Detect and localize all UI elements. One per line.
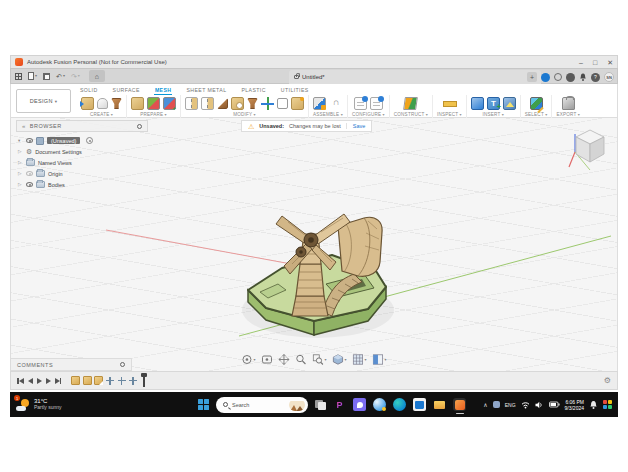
group-label-inspect[interactable]: INSPECT: [437, 112, 462, 117]
tab-plastic[interactable]: PLASTIC: [240, 85, 266, 94]
smooth-icon[interactable]: [247, 98, 258, 109]
activate-radio-icon[interactable]: [86, 137, 93, 144]
microsoft-store-icon[interactable]: [413, 398, 426, 411]
repair-icon[interactable]: [147, 97, 160, 110]
redo-button[interactable]: ↷▾: [71, 73, 80, 80]
tessellate-icon[interactable]: [111, 98, 122, 109]
file-menu-button[interactable]: ▾: [28, 72, 37, 80]
save-link[interactable]: Save: [346, 123, 366, 129]
plane-cut-icon[interactable]: [201, 97, 214, 110]
document-tab[interactable]: Untitled* ×: [289, 70, 541, 84]
timeline-move-feature[interactable]: [129, 376, 138, 385]
create-mesh-section-icon[interactable]: [97, 98, 108, 109]
battery-icon[interactable]: [549, 401, 560, 408]
configuration-icon[interactable]: [354, 97, 367, 110]
timeline-insert-mesh-feature[interactable]: [71, 376, 80, 385]
taskbar-app-p[interactable]: P: [333, 398, 346, 411]
visibility-eye-icon-off[interactable]: [26, 171, 33, 176]
group-label-assemble[interactable]: ASSEMBLE: [313, 112, 343, 117]
task-view-button[interactable]: [315, 400, 326, 410]
tab-mesh[interactable]: MESH: [154, 85, 173, 95]
close-button[interactable]: ✕: [607, 59, 613, 66]
help-button[interactable]: ?: [591, 73, 600, 82]
browser-header[interactable]: « BROWSER: [16, 120, 148, 132]
configuration-table-icon[interactable]: [370, 97, 383, 110]
maximize-button[interactable]: □: [593, 59, 597, 66]
disclosure-open-icon[interactable]: ▾: [18, 138, 23, 143]
save-button[interactable]: [43, 73, 50, 80]
erase-and-fill-icon[interactable]: [217, 98, 228, 109]
insert-mcmaster-icon[interactable]: T: [487, 97, 500, 110]
timeline-mesh-feature[interactable]: [94, 376, 103, 385]
tab-sheet-metal[interactable]: SHEET METAL: [185, 85, 227, 94]
canvas-icon[interactable]: [503, 97, 516, 110]
remesh-icon[interactable]: [185, 97, 198, 110]
move-copy-icon[interactable]: [261, 97, 274, 110]
group-label-select[interactable]: SELECT: [525, 112, 548, 117]
visibility-eye-icon[interactable]: [26, 138, 33, 143]
notification-bell-icon[interactable]: [589, 400, 598, 410]
tree-item-label[interactable]: Document Settings: [35, 149, 81, 155]
edge-browser-icon[interactable]: [393, 398, 406, 411]
tab-surface[interactable]: SURFACE: [112, 85, 141, 94]
reverse-normal-icon[interactable]: [277, 98, 288, 109]
group-label-configure[interactable]: CONFIGURE: [352, 112, 385, 117]
browser-item-bodies[interactable]: ▷ Bodies: [18, 179, 148, 190]
export-3d-print-icon[interactable]: [562, 97, 575, 110]
user-avatar[interactable]: SN: [604, 72, 614, 82]
look-at-button[interactable]: [261, 355, 272, 364]
tree-item-label[interactable]: Bodies: [48, 182, 65, 188]
hidden-icons-chevron[interactable]: ∧: [483, 401, 487, 408]
language-indicator[interactable]: ENG: [505, 402, 516, 408]
extensions-icon[interactable]: [566, 73, 575, 82]
weather-widget[interactable]: 1 31°C Partly sunny: [16, 398, 62, 411]
new-component-icon[interactable]: [313, 97, 326, 110]
go-to-end-button[interactable]: [55, 378, 62, 384]
view-cube[interactable]: [566, 122, 612, 172]
measure-icon[interactable]: [443, 97, 456, 110]
taskbar-app-purple[interactable]: [353, 398, 366, 411]
pan-button[interactable]: [278, 354, 289, 365]
root-document-label[interactable]: (Unsaved): [47, 137, 80, 144]
tree-item-label[interactable]: Origin: [48, 171, 63, 177]
timeline-move-feature[interactable]: [117, 376, 126, 385]
minimize-button[interactable]: –: [579, 59, 583, 66]
tab-utilities[interactable]: UTILITIES: [280, 85, 310, 94]
step-back-button[interactable]: [28, 378, 33, 384]
insert-mesh-icon[interactable]: [81, 97, 94, 110]
file-explorer-icon[interactable]: [433, 398, 446, 411]
viewport-layout-button[interactable]: ▾: [373, 354, 387, 365]
data-panel-toggle-button[interactable]: [15, 73, 22, 80]
timeline-move-feature[interactable]: [106, 376, 115, 385]
construction-plane-icon[interactable]: [403, 97, 418, 110]
windmill-mesh-model[interactable]: [226, 188, 406, 348]
visibility-eye-icon[interactable]: [26, 182, 33, 187]
new-tab-button[interactable]: +: [527, 72, 537, 82]
timeline-insert-mesh-feature[interactable]: [83, 376, 92, 385]
widgets-icon[interactable]: [603, 400, 612, 409]
disclosure-icon[interactable]: ▷: [18, 149, 23, 154]
undo-button[interactable]: ↶▾: [56, 73, 65, 80]
collapse-panel-icon[interactable]: «: [22, 123, 26, 129]
tab-solid[interactable]: SOLID: [79, 85, 99, 94]
joint-icon[interactable]: ∩: [329, 97, 342, 110]
start-button[interactable]: [198, 399, 209, 410]
select-icon[interactable]: [530, 97, 543, 110]
browser-item-origin[interactable]: ▷ Origin: [18, 168, 148, 179]
group-label-modify[interactable]: MODIFY: [233, 112, 256, 117]
browser-item-document-settings[interactable]: ▷ ⚙ Document Settings: [18, 146, 148, 157]
group-label-construct[interactable]: CONSTRUCT: [394, 112, 428, 117]
notifications-bell-icon[interactable]: [579, 73, 587, 82]
job-status-icon[interactable]: [541, 73, 550, 82]
comments-options-icon[interactable]: [120, 362, 125, 367]
merge-bodies-icon[interactable]: [231, 97, 244, 110]
orbit-button[interactable]: ▾: [241, 354, 255, 365]
volume-icon[interactable]: [535, 401, 544, 409]
insert-derive-icon[interactable]: [471, 97, 484, 110]
tray-app-icon[interactable]: [493, 401, 500, 408]
play-button[interactable]: [37, 378, 42, 384]
reduce-icon[interactable]: [163, 97, 176, 110]
display-settings-button[interactable]: ▾: [332, 354, 346, 365]
group-label-create[interactable]: CREATE: [90, 112, 113, 117]
grid-settings-button[interactable]: ▾: [353, 354, 367, 365]
